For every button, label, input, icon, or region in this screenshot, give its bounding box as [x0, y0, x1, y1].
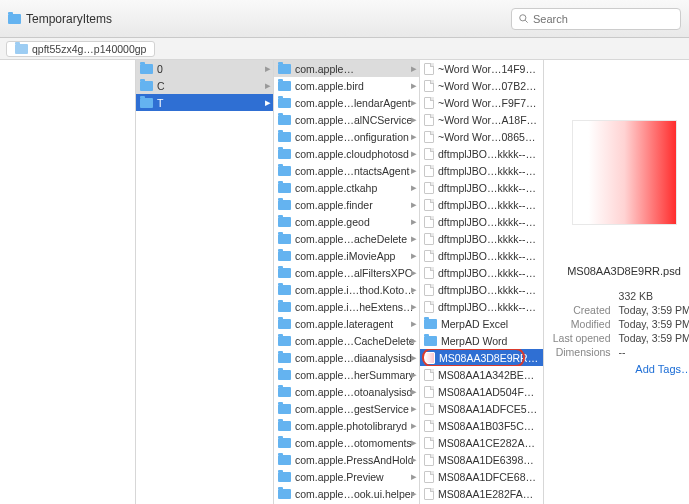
- folder-icon: [278, 268, 291, 278]
- item-label: com.apple…CacheDelete: [295, 335, 415, 347]
- list-item[interactable]: com.apple…CacheDelete▸: [274, 332, 419, 349]
- list-item[interactable]: com.apple.geod▸: [274, 213, 419, 230]
- list-item[interactable]: com.apple.photolibraryd▸: [274, 417, 419, 434]
- list-item[interactable]: ~Word Wor…14F90}.tmp: [420, 60, 543, 77]
- list-item[interactable]: dftmplJBO…kkkk--------: [420, 264, 543, 281]
- folder-icon: [140, 64, 153, 74]
- list-item[interactable]: MS08AA3D8E9RR.psd: [420, 349, 543, 366]
- item-label: MS08AA3D8E9RR.psd: [439, 352, 539, 364]
- chevron-right-icon: ▸: [411, 453, 417, 466]
- list-item[interactable]: com.apple.i…thod.Kotoeri▸: [274, 281, 419, 298]
- chevron-right-icon: ▸: [411, 249, 417, 262]
- list-item[interactable]: com.apple.finder▸: [274, 196, 419, 213]
- list-item[interactable]: MS08AA1DFCE681.png: [420, 468, 543, 485]
- list-item[interactable]: com.apple.bird▸: [274, 77, 419, 94]
- chevron-right-icon: ▸: [411, 164, 417, 177]
- list-item[interactable]: 0▸: [136, 60, 273, 77]
- list-item[interactable]: MS08AA1DE63980.png: [420, 451, 543, 468]
- list-item[interactable]: com.apple…herSummary▸: [274, 366, 419, 383]
- folder-icon: [278, 370, 291, 380]
- list-item[interactable]: MS08AA1CE282A7.png: [420, 434, 543, 451]
- column-3[interactable]: com.apple…▸com.apple.bird▸com.apple…lend…: [274, 60, 420, 504]
- list-item[interactable]: dftmplJBO…kkkk--------: [420, 145, 543, 162]
- folder-icon: [424, 319, 437, 329]
- list-item[interactable]: ~Word Wor…A18F2}.tmp: [420, 111, 543, 128]
- list-item[interactable]: MS08AA1ADFCE5E7.png: [420, 400, 543, 417]
- folder-icon: [278, 285, 291, 295]
- list-item[interactable]: com.apple…alFiltersXPC▸: [274, 264, 419, 281]
- list-item[interactable]: C▸: [136, 77, 273, 94]
- chevron-right-icon: ▸: [411, 232, 417, 245]
- item-label: com.apple…otoanalysisd: [295, 386, 415, 398]
- list-item[interactable]: ~Word Wor…07B20}.tmp: [420, 77, 543, 94]
- svg-line-1: [525, 20, 527, 22]
- item-label: com.apple…acheDelete: [295, 233, 415, 245]
- add-tags-link[interactable]: Add Tags…: [548, 359, 689, 379]
- meta-opened-label: Last opened: [552, 332, 611, 344]
- list-item[interactable]: MerpAD Word: [420, 332, 543, 349]
- preview-thumbnail: [572, 120, 677, 225]
- search-field[interactable]: [511, 8, 681, 30]
- list-item[interactable]: MS08AA1A342BE7.png: [420, 366, 543, 383]
- list-item[interactable]: com.apple.lateragent▸: [274, 315, 419, 332]
- list-item[interactable]: com.apple.ctkahp▸: [274, 179, 419, 196]
- list-item[interactable]: com.apple…gestService▸: [274, 400, 419, 417]
- item-label: MS08AA1E282FAD.png: [438, 488, 539, 500]
- list-item[interactable]: dftmplJBO…kkkk--------: [420, 281, 543, 298]
- column-4[interactable]: ~Word Wor…14F90}.tmp~Word Wor…07B20}.tmp…: [420, 60, 544, 504]
- list-item[interactable]: com.apple…▸: [274, 60, 419, 77]
- list-item[interactable]: dftmplJBO…kkkk--------: [420, 213, 543, 230]
- list-item[interactable]: com.apple…otoanalysisd▸: [274, 383, 419, 400]
- chevron-right-icon: ▸: [411, 62, 417, 75]
- list-item[interactable]: dftmplJBO…kkkk--------: [420, 247, 543, 264]
- list-item[interactable]: dftmplJBO…kkkk--------: [420, 162, 543, 179]
- search-input[interactable]: [533, 13, 674, 25]
- path-segment[interactable]: qpft55zx4g…p140000gp: [6, 41, 155, 57]
- list-item[interactable]: T▸: [136, 94, 273, 111]
- list-item[interactable]: MerpAD Excel: [420, 315, 543, 332]
- list-item[interactable]: com.apple…ook.ui.helper▸: [274, 485, 419, 502]
- list-item[interactable]: com.apple…otomoments▸: [274, 434, 419, 451]
- list-item[interactable]: dftmplJBO…kkkk--------: [420, 196, 543, 213]
- file-icon: [424, 97, 434, 109]
- list-item[interactable]: com.apple.Preview▸: [274, 468, 419, 485]
- title-folder: TemporaryItems: [8, 12, 112, 26]
- list-item[interactable]: com.apple…lendarAgent▸: [274, 94, 419, 111]
- list-item[interactable]: com.apple.i…heExtension▸: [274, 298, 419, 315]
- item-label: com.apple.i…thod.Kotoeri: [295, 284, 415, 296]
- file-icon: [424, 454, 434, 466]
- list-item[interactable]: ~Word Wor…0865E}.tmp: [420, 128, 543, 145]
- list-item[interactable]: com.apple.cloudphotosd▸: [274, 145, 419, 162]
- item-label: MS08AA1CE282A7.png: [438, 437, 539, 449]
- chevron-right-icon: ▸: [411, 147, 417, 160]
- list-item[interactable]: com.apple…alNCService▸: [274, 111, 419, 128]
- chevron-right-icon: ▸: [411, 317, 417, 330]
- chevron-right-icon: ▸: [411, 487, 417, 500]
- folder-icon: [8, 14, 21, 24]
- list-item[interactable]: MS08AA1E282FAD.png: [420, 485, 543, 502]
- list-item[interactable]: ~Word Wor…F9F7F}.tmp: [420, 94, 543, 111]
- list-item[interactable]: com.apple…acheDelete▸: [274, 230, 419, 247]
- list-item[interactable]: com.apple…onfiguration▸: [274, 128, 419, 145]
- column-1[interactable]: [0, 60, 136, 504]
- list-item[interactable]: com.apple…diaanalysisd▸: [274, 349, 419, 366]
- item-label: MS08AA1DFCE681.png: [438, 471, 539, 483]
- list-item[interactable]: MS08AA1AD504F9.png: [420, 383, 543, 400]
- file-icon: [424, 301, 434, 313]
- chevron-right-icon: ▸: [411, 351, 417, 364]
- file-icon: [424, 284, 434, 296]
- column-2[interactable]: 0▸C▸T▸: [136, 60, 274, 504]
- list-item[interactable]: MS08AA1B03F5C0.png: [420, 417, 543, 434]
- list-item[interactable]: com.apple.PressAndHold▸: [274, 451, 419, 468]
- file-icon: [424, 386, 434, 398]
- svg-point-0: [520, 15, 526, 21]
- list-item[interactable]: dftmplJBO…kkkk--------: [420, 179, 543, 196]
- list-item[interactable]: dftmplJBO…kkkk--------: [420, 230, 543, 247]
- item-label: com.apple…herSummary: [295, 369, 415, 381]
- list-item[interactable]: com.apple…ntactsAgent▸: [274, 162, 419, 179]
- list-item[interactable]: com.apple.iMovieApp▸: [274, 247, 419, 264]
- item-label: com.apple…ntactsAgent: [295, 165, 415, 177]
- list-item[interactable]: dftmplJBO…kkkk--------: [420, 298, 543, 315]
- folder-icon: [278, 455, 291, 465]
- folder-icon: [278, 183, 291, 193]
